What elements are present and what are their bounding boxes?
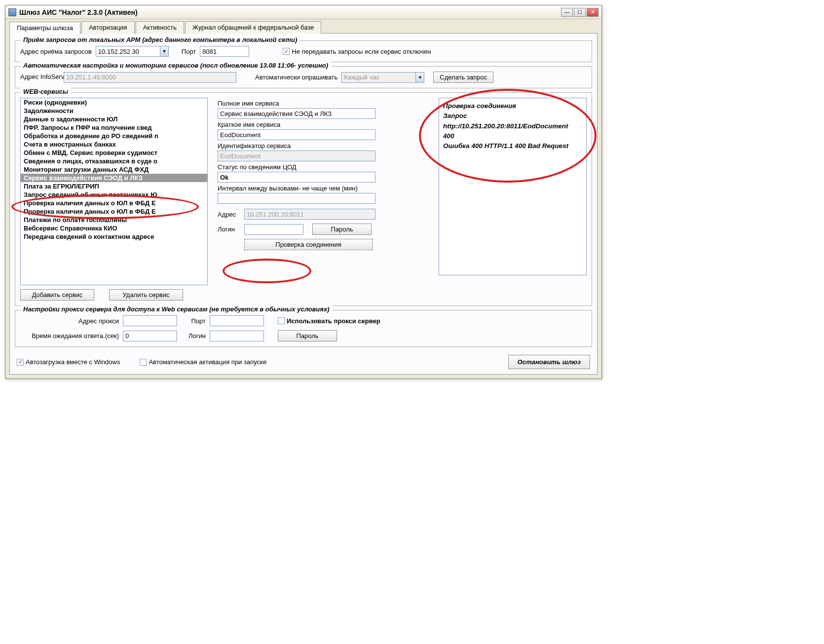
service-listbox[interactable]: Риски (однодневки)ЗадолженностиДанные о … [20,98,208,285]
check-icon: ✓ [283,48,290,55]
autoactivate-label: Автоматическая активация при запуске [149,358,266,366]
list-item[interactable]: Запрос сведений об иных постановках Ю [21,190,207,199]
autoactivate-checkbox[interactable]: Автоматическая активация при запуске [140,358,266,366]
checkbox-icon [140,359,147,366]
no-forward-checkbox[interactable]: ✓ Не передавать запросы если сервис откл… [283,48,431,55]
annotation-circle-login [223,259,311,283]
full-name-input[interactable] [218,108,375,119]
connection-result-panel: Проверка соединенияЗапросhttp://10.251.2… [439,98,587,275]
tab-auth[interactable]: Авторизация [81,21,135,34]
check-connection-button[interactable]: Проверка соединения [244,239,373,250]
list-item[interactable]: Обмен с МВД. Сервис проверки судимост [21,149,207,157]
section-web-services: WEB-сервисы Риски (однодневки)Задолженно… [15,92,592,306]
service-id-input [218,151,375,161]
list-item[interactable]: ПФР. Запросы к ПФР на получение свед [21,123,207,132]
no-forward-label: Не передавать запросы если сервис отключ… [292,48,431,55]
list-item[interactable]: Задолженности [21,107,207,115]
list-item[interactable]: Сервис взаимодействия СЭОД и ЛКЗ [21,174,207,182]
tab-activity[interactable]: Активность [136,21,184,34]
proxy-addr-label: Адрес прокси [20,317,119,325]
infoservice-addr-label: Адрес InfoService [20,74,60,80]
poll-input [341,72,415,83]
use-proxy-checkbox[interactable]: Использовать прокси сервер [278,317,380,325]
proxy-login-label: Логин [181,332,206,340]
stop-gateway-button[interactable]: Остановить шлюз [508,355,590,369]
tab-body: Приём запросов от локальных АРМ (адрес д… [9,33,598,375]
app-window: Шлюз АИС "Налог" 2.3.0 (Активен) — ☐ ✕ П… [5,5,602,379]
short-name-input[interactable] [218,129,375,140]
proxy-port-label: Порт [181,317,206,325]
list-item[interactable]: Счета в иностранных банках [21,140,207,149]
status-input[interactable] [218,172,375,183]
proxy-password-button[interactable]: Пароль [278,330,337,341]
proxy-addr-input[interactable] [123,315,177,326]
interval-input[interactable] [218,193,375,204]
tab-strip: Параметры шлюза Авторизация Активность Ж… [9,21,598,34]
make-request-button[interactable]: Сделать запрос [433,72,493,83]
section-proxy: Настройки прокси сервера для доступа к W… [15,310,592,347]
short-name-label: Краткое имя сервиса [218,121,429,128]
minimize-button[interactable]: — [561,8,573,17]
local-addr-label: Адрес приёма запросов [20,48,92,55]
full-name-label: Полное имя сервиса [218,100,429,107]
interval-label: Интервал между вызовами- не чаще чем (ми… [218,185,429,192]
proxy-timeout-input[interactable] [123,331,177,341]
section-local-requests: Приём запросов от локальных АРМ (адрес д… [15,40,592,62]
list-item[interactable]: Мониторинг загрузки данных АСД ФХД [21,165,207,174]
service-login-label: Логин [218,226,240,233]
status-label: Статус по сведениям ЦОД [218,163,429,171]
close-button[interactable]: ✕ [587,8,599,17]
local-port-label: Порт [182,48,196,55]
list-item[interactable]: Передача сведений о контактном адресе [21,232,207,241]
list-item[interactable]: Обработка и доведение до РО сведений п [21,132,207,140]
section-web-legend: WEB-сервисы [20,88,71,95]
proxy-timeout-label: Время ожидания ответа.(сек) [20,332,119,340]
window-title: Шлюз АИС "Налог" 2.3.0 (Активен) [19,8,561,16]
autoload-label: Автозагрузка вместе с Windows [26,358,120,366]
footer-row: ✓ Автозагрузка вместе с Windows Автомати… [15,351,592,369]
app-icon [8,8,16,16]
titlebar: Шлюз АИС "Налог" 2.3.0 (Активен) — ☐ ✕ [5,5,601,19]
autoload-checkbox[interactable]: ✓ Автозагрузка вместе с Windows [17,358,120,366]
proxy-login-input[interactable] [210,331,264,341]
poll-combo[interactable]: ▼ [341,72,424,83]
delete-service-button[interactable]: Удалить сервис [109,289,183,301]
section-proxy-legend: Настройки прокси сервера для доступа к W… [20,305,333,313]
list-item[interactable]: Проверка наличия данных о ЮЛ в ФБД Е [21,207,207,216]
list-item[interactable]: Платежи по оплате госпошлины [21,216,207,224]
section-local-legend: Приём запросов от локальных АРМ (адрес д… [20,36,300,43]
list-item[interactable]: Данные о задолженности ЮЛ [21,115,207,123]
list-item[interactable]: Проверка наличия данных о ЮЛ в ФБД Е [21,199,207,207]
maximize-button[interactable]: ☐ [574,8,586,17]
service-password-button[interactable]: Пароль [312,224,372,235]
service-addr-label: Адрес [218,211,240,218]
local-addr-combo[interactable]: ▼ [96,46,169,57]
list-item[interactable]: Вебсервис Справочника КИО [21,224,207,232]
check-icon: ✓ [17,359,24,366]
service-addr-input [244,209,375,220]
section-auto-legend: Автоматическая настройка и мониторинг се… [20,62,331,69]
add-service-button[interactable]: Добавить сервис [20,289,94,301]
checkbox-icon [278,317,285,324]
service-login-input[interactable] [244,224,303,235]
local-port-input[interactable] [200,46,249,57]
local-addr-dropdown[interactable]: ▼ [160,46,169,57]
use-proxy-label: Использовать прокси сервер [287,317,380,325]
proxy-port-input[interactable] [210,315,264,326]
local-addr-input[interactable] [96,46,160,57]
infoservice-addr-input [64,72,236,83]
service-id-label: Идентификатор сервиса [218,142,429,150]
poll-label: Автоматически опрашивать [255,74,337,81]
tab-params[interactable]: Параметры шлюза [9,22,80,34]
section-auto-config: Автоматическая настройка и мониторинг се… [15,66,592,88]
list-item[interactable]: Плата за ЕГРЮЛ/ЕГРИП [21,182,207,190]
poll-dropdown[interactable]: ▼ [415,72,424,83]
list-item[interactable]: Сведения о лицах, отказавшихся в суде о [21,157,207,165]
tab-journal[interactable]: Журнал обращений к федеральной базе [185,21,321,34]
list-item[interactable]: Риски (однодневки) [21,98,207,107]
